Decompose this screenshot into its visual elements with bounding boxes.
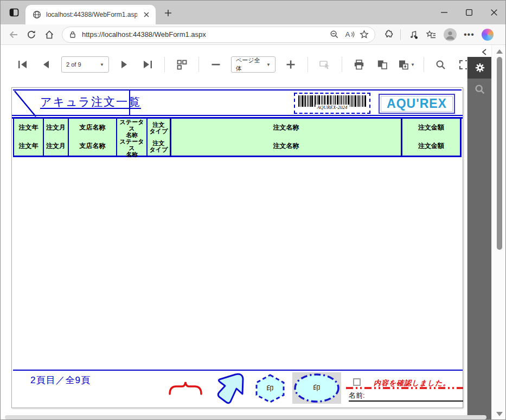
header-cell: 注文月 [44, 119, 68, 137]
hexagon-stamp: 印 [254, 373, 286, 404]
home-icon[interactable] [44, 29, 55, 40]
read-aloud-icon[interactable]: A [344, 29, 355, 40]
chevron-down-icon: ▼ [411, 62, 415, 67]
browser-tab[interactable]: localhost:44388/WebForm1.aspx [25, 5, 156, 24]
previous-page-button[interactable] [38, 56, 54, 73]
settings-panel-button[interactable] [467, 57, 492, 79]
header-vertical-rule [129, 90, 130, 116]
last-page-button[interactable] [139, 56, 156, 73]
diagonal-line [14, 90, 39, 118]
zoom-in-button[interactable] [283, 56, 299, 73]
column-order-amount: 注文金額 注文金額 [402, 119, 460, 156]
back-icon[interactable] [8, 29, 19, 40]
profile-avatar[interactable] [444, 28, 457, 41]
gear-icon [474, 62, 486, 74]
lock-icon [68, 30, 78, 40]
vertical-scrollbar-thumb[interactable] [497, 57, 502, 250]
barcode: AQUREX-2024 [294, 93, 370, 114]
name-underline [349, 400, 463, 402]
column-order-year: 注文年 注文年 [14, 119, 44, 156]
column-branch-name: 支店名称 支店名称 [69, 119, 117, 156]
window-controls [432, 1, 506, 24]
header-cell: 注文 タイプ [148, 119, 170, 137]
footer-top-rule [13, 370, 463, 371]
chevron-down-icon: ▼ [266, 62, 271, 67]
window-close-button[interactable] [482, 1, 506, 24]
northeast-arrow-shape [215, 372, 246, 405]
tab-title: localhost:44388/WebForm1.aspx [46, 11, 137, 18]
next-page-button[interactable] [116, 56, 132, 73]
oval-stamp: 印 [292, 372, 341, 404]
first-page-button[interactable] [15, 56, 31, 73]
scroll-up-icon[interactable] [496, 49, 503, 54]
name-label: 名前: [349, 391, 365, 400]
browser-essentials-icon[interactable] [408, 29, 419, 40]
header-cell: 注文金額 [402, 119, 460, 137]
header-cell: 注文名称 [171, 119, 401, 137]
horizontal-scrollbar-thumb[interactable] [5, 415, 486, 419]
toolbar-separator [198, 57, 199, 72]
browser-window: localhost:44388/WebForm1.aspx [0, 0, 506, 420]
search-panel-button[interactable] [467, 79, 492, 100]
toolbar-separator [424, 57, 424, 72]
column-order-type: 注文 タイプ 注文 タイプ [148, 119, 171, 156]
report-title: アキュラ注文一覧 [40, 94, 141, 109]
search-button[interactable] [433, 56, 449, 73]
viewer-sidebar [467, 57, 491, 420]
vertical-scrollbar[interactable] [491, 45, 506, 420]
window-maximize-button[interactable] [457, 1, 482, 24]
header-cell: 注文月 [44, 137, 68, 156]
url-input[interactable]: https://localhost:44388/WebForm1.aspx A [62, 27, 375, 43]
toolbar-divider [400, 29, 401, 40]
page-count-label: 2頁目／全9頁 [30, 374, 91, 386]
tab-actions-menu-icon[interactable] [7, 6, 21, 19]
copilot-icon[interactable] [482, 29, 494, 41]
extensions-icon[interactable] [382, 29, 393, 40]
export-button[interactable]: ▼ [398, 59, 415, 70]
window-minimize-button[interactable] [432, 1, 457, 24]
toolbar-separator [164, 57, 165, 72]
print-button[interactable] [351, 56, 367, 73]
globe-icon [32, 10, 42, 20]
barcode-label: AQUREX-2024 [316, 105, 349, 110]
new-tab-button[interactable] [162, 7, 174, 19]
column-order-name: 注文名称 注文名称 [171, 119, 402, 156]
sidebar-collapse-icon[interactable] [481, 48, 489, 56]
zoom-level-select[interactable]: ページ全体 ▼ [231, 56, 276, 73]
titlebar: localhost:44388/WebForm1.aspx [1, 1, 506, 24]
scroll-down-icon[interactable] [496, 412, 503, 416]
report-viewer: 2 of 9 ▼ ページ全体 ▼ [1, 45, 506, 420]
page-number-select[interactable]: 2 of 9 ▼ [61, 56, 109, 73]
logo-text: AQU'REX [387, 96, 447, 111]
favorite-star-icon[interactable] [359, 29, 369, 40]
toolbar-separator [342, 57, 342, 72]
confirm-checkbox[interactable] [353, 378, 361, 386]
print-pages-button[interactable] [374, 56, 390, 73]
stamp-label: 印 [267, 384, 274, 393]
address-bar: https://localhost:44388/WebForm1.aspx A … [1, 24, 506, 45]
header-cell: 注文金額 [402, 137, 460, 156]
stamp-label: 印 [313, 383, 321, 393]
header-cell: 支店名称 [69, 137, 116, 156]
order-table-header: 注文年 注文年 注文月 注文月 支店名称 支店名称 ステータス 名称 ステータス… [13, 119, 462, 157]
zoom-out-page-icon[interactable] [329, 29, 340, 40]
header-cell: 注文名称 [171, 137, 401, 156]
header-top-rule [13, 89, 462, 91]
search-icon [474, 83, 486, 95]
header-cell: 注文 タイプ [148, 137, 170, 156]
zoom-out-button[interactable] [208, 56, 224, 73]
tab-close-icon[interactable] [142, 10, 151, 20]
settings-more-icon[interactable]: ••• [464, 32, 475, 37]
chevron-down-icon: ▼ [100, 62, 104, 67]
header-cell: 支店名称 [69, 119, 116, 137]
favorites-list-icon[interactable] [426, 29, 437, 40]
header-cell: 注文年 [14, 137, 43, 156]
table-top-rule-thin [12, 115, 463, 116]
company-logo: AQU'REX [379, 94, 455, 114]
header-cell: ステータス 名称 [117, 138, 146, 158]
page-number-value: 2 of 9 [66, 61, 81, 68]
header-cell: 注文年 [14, 119, 43, 137]
refresh-icon[interactable] [26, 29, 37, 40]
galley-mode-button[interactable] [174, 56, 190, 73]
column-order-month: 注文月 注文月 [44, 119, 69, 156]
